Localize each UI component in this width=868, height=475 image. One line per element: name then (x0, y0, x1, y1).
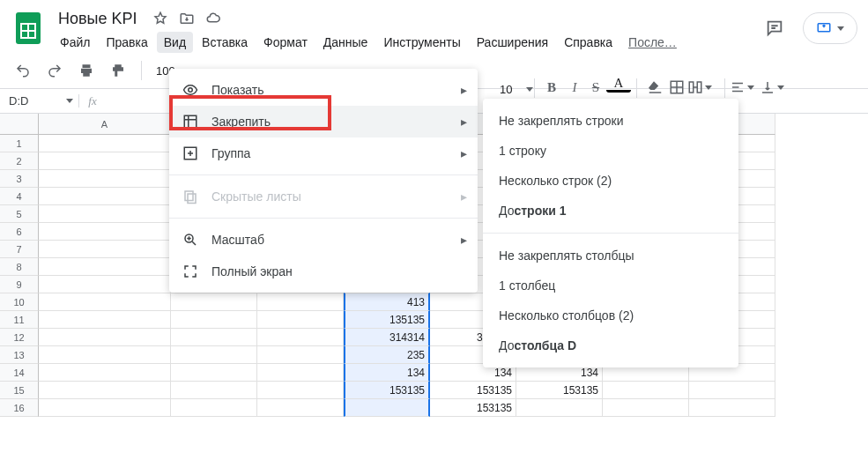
cell-A12[interactable] (39, 329, 171, 346)
row-header-3[interactable]: 3 (0, 170, 39, 188)
menu-данные[interactable]: Данные (316, 32, 375, 53)
print-icon[interactable] (74, 58, 99, 83)
name-box[interactable]: D:D (0, 94, 79, 108)
view-menu-Масштаб[interactable]: Масштаб▸ (169, 224, 478, 256)
freeze-option[interactable]: Не закреплять столбцы (483, 241, 738, 271)
row-header-7[interactable]: 7 (0, 241, 39, 258)
menu-файл[interactable]: Файл (53, 32, 97, 53)
cell-D14[interactable]: 134 (344, 364, 430, 382)
row-header-4[interactable]: 4 (0, 188, 39, 205)
cell-B15[interactable] (171, 382, 257, 399)
cell-A10[interactable] (39, 293, 171, 311)
menu-вид[interactable]: Вид (157, 32, 193, 53)
cell-A6[interactable] (39, 223, 171, 241)
cell-G16[interactable] (603, 399, 689, 417)
cell-B11[interactable] (171, 311, 257, 329)
comments-icon[interactable] (759, 12, 790, 44)
cell-B12[interactable] (171, 329, 257, 346)
row-header-16[interactable]: 16 (0, 399, 39, 417)
cell-C13[interactable] (257, 346, 344, 364)
cell-A4[interactable] (39, 188, 171, 205)
row-header-1[interactable]: 1 (0, 135, 39, 152)
cell-C14[interactable] (257, 364, 344, 382)
cell-C16[interactable] (257, 399, 344, 417)
cell-D15[interactable]: 153135 (344, 382, 430, 399)
cell-A3[interactable] (39, 170, 171, 188)
row-header-6[interactable]: 6 (0, 223, 39, 241)
cell-C10[interactable] (257, 293, 344, 311)
cell-A15[interactable] (39, 382, 171, 399)
bold-icon[interactable]: B (539, 75, 564, 100)
cell-A13[interactable] (39, 346, 171, 364)
cell-B16[interactable] (171, 399, 257, 417)
cell-C11[interactable] (257, 311, 344, 329)
cell-A11[interactable] (39, 311, 171, 329)
cell-A5[interactable] (39, 205, 171, 223)
row-header-12[interactable]: 12 (0, 329, 39, 346)
cell-A9[interactable] (39, 276, 171, 293)
vertical-align-icon[interactable] (760, 75, 784, 100)
redo-icon[interactable] (42, 58, 67, 83)
cell-D16[interactable] (344, 399, 430, 417)
menu-вставка[interactable]: Вставка (195, 32, 255, 53)
cell-B14[interactable] (171, 364, 257, 382)
freeze-option[interactable]: Несколько строк (2) (483, 166, 738, 196)
horizontal-align-icon[interactable] (730, 75, 754, 100)
col-header-A[interactable]: A (39, 114, 171, 135)
paint-format-icon[interactable] (106, 58, 130, 83)
freeze-option[interactable]: Несколько столбцов (2) (483, 301, 738, 330)
cell-F16[interactable] (516, 399, 603, 417)
row-header-15[interactable]: 15 (0, 382, 39, 399)
cell-D10[interactable]: 413 (344, 293, 430, 311)
present-share-button[interactable] (803, 12, 857, 44)
menu-справка[interactable]: Справка (557, 32, 619, 53)
row-header-5[interactable]: 5 (0, 205, 39, 223)
merge-cells-icon[interactable] (687, 75, 712, 100)
cell-D12[interactable]: 314314 (344, 329, 430, 346)
cell-E15[interactable]: 153135 (430, 382, 516, 399)
fill-color-icon[interactable] (642, 75, 666, 100)
freeze-until-col[interactable]: До столбца D (483, 330, 738, 360)
row-header-2[interactable]: 2 (0, 152, 39, 170)
cloud-status-icon[interactable] (204, 10, 222, 27)
star-icon[interactable] (152, 10, 169, 27)
menu-формат[interactable]: Формат (256, 32, 315, 53)
menu-last-access[interactable]: После… (621, 32, 684, 53)
cell-A1[interactable] (39, 135, 171, 152)
undo-icon[interactable] (11, 58, 35, 83)
cell-H15[interactable] (689, 382, 775, 399)
row-header-13[interactable]: 13 (0, 346, 39, 364)
cell-H16[interactable] (689, 399, 775, 417)
cell-A7[interactable] (39, 241, 171, 258)
cell-C12[interactable] (257, 329, 344, 346)
cell-D11[interactable]: 135135 (344, 311, 430, 329)
freeze-option[interactable]: Не закреплять строки (483, 106, 738, 136)
cell-A2[interactable] (39, 152, 171, 170)
menu-инструменты[interactable]: Инструменты (376, 32, 467, 53)
row-header-9[interactable]: 9 (0, 276, 39, 293)
doc-title[interactable]: Новые KPI (53, 8, 143, 30)
select-all-corner[interactable] (0, 114, 39, 135)
borders-icon[interactable] (664, 75, 689, 100)
menu-правка[interactable]: Правка (99, 32, 154, 53)
cell-E16[interactable]: 153135 (430, 399, 516, 417)
view-menu-Показать[interactable]: Показать▸ (169, 74, 478, 106)
row-header-14[interactable]: 14 (0, 364, 39, 382)
cell-A16[interactable] (39, 399, 171, 417)
font-size-select[interactable]: 10 (496, 81, 537, 98)
freeze-until-row[interactable]: До строки 1 (483, 196, 738, 226)
menu-расширения[interactable]: Расширения (470, 32, 555, 53)
cell-G15[interactable] (603, 382, 689, 399)
row-header-11[interactable]: 11 (0, 311, 39, 329)
cell-C15[interactable] (257, 382, 344, 399)
move-to-folder-icon[interactable] (178, 10, 196, 27)
view-menu-Закрепить[interactable]: Закрепить▸ (169, 106, 478, 137)
cell-D13[interactable]: 235 (344, 346, 430, 364)
cell-A8[interactable] (39, 258, 171, 276)
row-header-10[interactable]: 10 (0, 293, 39, 311)
sheets-logo[interactable] (11, 11, 46, 46)
strikethrough-icon[interactable]: S (583, 75, 608, 100)
text-color-icon[interactable]: A (606, 75, 631, 93)
cell-A14[interactable] (39, 364, 171, 382)
view-menu-Полный экран[interactable]: Полный экран (169, 256, 478, 287)
